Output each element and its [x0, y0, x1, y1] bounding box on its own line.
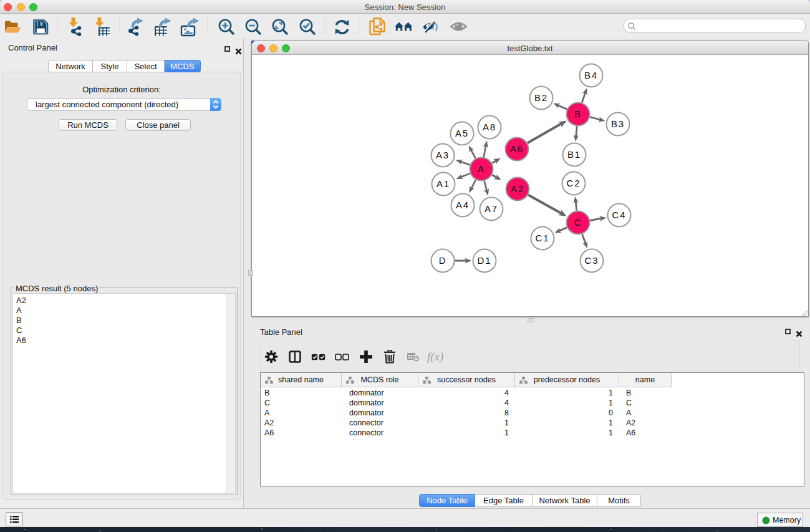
svg-text:B: B [574, 109, 582, 119]
svg-text:A: A [478, 163, 485, 174]
svg-text:A4: A4 [456, 200, 470, 210]
svg-text:B3: B3 [611, 118, 625, 129]
svg-text:B4: B4 [584, 70, 598, 80]
svg-text:A2: A2 [511, 183, 524, 194]
svg-text:A3: A3 [436, 150, 450, 160]
svg-text:A8: A8 [483, 122, 496, 132]
svg-text:C1: C1 [536, 233, 550, 243]
svg-text:A7: A7 [485, 203, 498, 214]
svg-text:D: D [439, 255, 447, 266]
svg-text:D1: D1 [478, 255, 492, 266]
svg-text:A1: A1 [436, 178, 450, 189]
svg-text:C4: C4 [612, 210, 627, 220]
svg-text:C: C [574, 217, 582, 228]
svg-text:C2: C2 [567, 178, 581, 188]
svg-text:C3: C3 [585, 255, 599, 266]
svg-text:B2: B2 [534, 92, 548, 103]
svg-text:B1: B1 [567, 149, 581, 160]
svg-text:A5: A5 [455, 128, 469, 138]
svg-text:A6: A6 [510, 143, 524, 154]
